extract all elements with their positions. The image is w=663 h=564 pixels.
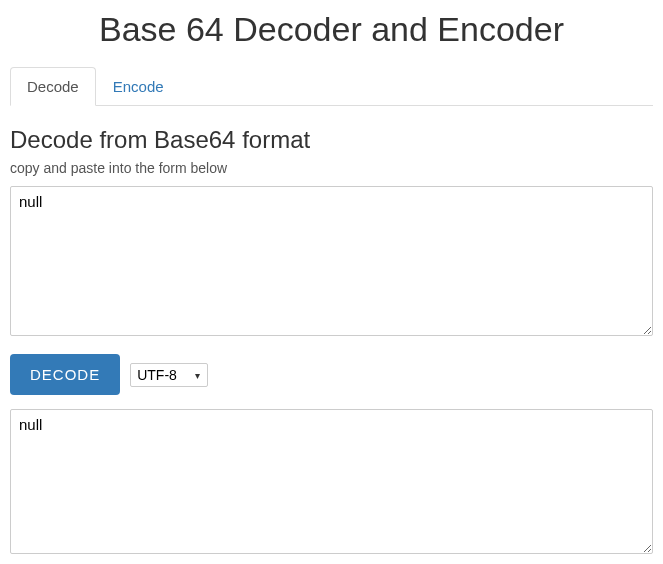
tab-decode[interactable]: Decode	[10, 67, 96, 106]
tabs-bar: Decode Encode	[10, 67, 653, 106]
section-heading: Decode from Base64 format	[10, 126, 653, 154]
page-title: Base 64 Decoder and Encoder	[10, 10, 653, 49]
controls-row: DECODE UTF-8	[10, 354, 653, 395]
output-textarea[interactable]	[10, 409, 653, 554]
instruction-text: copy and paste into the form below	[10, 160, 653, 176]
tab-encode[interactable]: Encode	[96, 67, 181, 106]
decode-button[interactable]: DECODE	[10, 354, 120, 395]
encoding-select[interactable]: UTF-8	[130, 363, 208, 387]
encoding-select-wrapper: UTF-8	[130, 363, 208, 387]
input-textarea[interactable]	[10, 186, 653, 336]
